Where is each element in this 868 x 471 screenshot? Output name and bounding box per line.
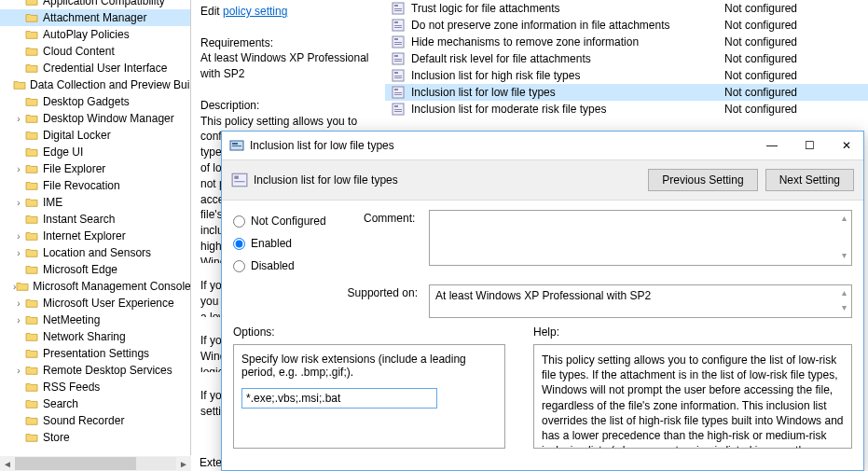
tree-item[interactable]: Desktop Gadgets xyxy=(0,93,190,110)
tree-item[interactable]: Store xyxy=(0,429,190,446)
svg-rect-23 xyxy=(394,94,402,95)
svg-rect-2 xyxy=(394,8,402,9)
tree-item-label: Microsoft User Experience xyxy=(43,297,174,310)
scroll-thumb[interactable] xyxy=(15,457,136,470)
policy-item-icon xyxy=(391,85,406,100)
tree-item-label: Location and Sensors xyxy=(43,246,151,259)
description-head: Description: xyxy=(200,98,377,114)
policy-state: Not configured xyxy=(724,86,868,99)
svg-rect-7 xyxy=(394,27,402,28)
scroll-right-icon[interactable]: ► xyxy=(176,459,191,469)
folder-icon xyxy=(24,129,39,142)
tree-item-label: Attachment Manager xyxy=(43,11,146,24)
policy-row[interactable]: Inclusion list for moderate risk file ty… xyxy=(385,101,868,118)
scroll-up-icon[interactable]: ▴ xyxy=(837,287,850,300)
policy-row[interactable]: Do not preserve zone information in file… xyxy=(385,17,868,34)
policy-header-icon xyxy=(231,172,248,188)
tree-item[interactable]: Edge UI xyxy=(0,144,190,160)
tree-item-label: IME xyxy=(43,196,62,209)
radio-enabled[interactable]: Enabled xyxy=(233,232,364,255)
scroll-up-icon[interactable]: ▴ xyxy=(837,213,850,226)
tree-item[interactable]: Network Sharing xyxy=(0,328,190,345)
next-setting-button[interactable]: Next Setting xyxy=(765,169,854,191)
tree-item-label: File Revocation xyxy=(43,179,120,192)
tree-item[interactable]: Cloud Content xyxy=(0,43,190,60)
policy-row[interactable]: Default risk level for file attachmentsN… xyxy=(385,50,868,67)
policy-row[interactable]: Hide mechanisms to remove zone informati… xyxy=(385,34,868,50)
tree-item[interactable]: ›Desktop Window Manager xyxy=(0,110,190,127)
radio-not-configured[interactable]: Not Configured xyxy=(233,210,364,232)
tree-item-label: Presentation Settings xyxy=(43,347,149,360)
options-text: Specify low risk extensions (include a l… xyxy=(241,353,497,379)
folder-icon xyxy=(24,431,39,444)
help-box: This policy setting allows you to config… xyxy=(533,344,852,449)
tree-item[interactable]: ›Microsoft User Experience xyxy=(0,295,190,312)
tree-item[interactable]: ›File Explorer xyxy=(0,160,190,177)
policy-name: Inclusion list for low file types xyxy=(411,86,724,99)
policy-state: Not configured xyxy=(724,52,868,65)
tree-item[interactable]: Presentation Settings xyxy=(0,345,190,362)
close-button[interactable]: ✕ xyxy=(837,136,856,155)
chevron-right-icon[interactable]: › xyxy=(13,114,24,124)
tree-item[interactable]: ›Internet Explorer xyxy=(0,228,190,244)
requirements-head: Requirements: xyxy=(200,35,377,51)
policy-row[interactable]: Inclusion list for low file typesNot con… xyxy=(385,84,868,101)
tree-item[interactable]: RSS Feeds xyxy=(0,379,190,395)
folder-icon xyxy=(24,145,39,159)
previous-setting-button[interactable]: Previous Setting xyxy=(648,169,757,191)
comment-textarea[interactable]: ▴ ▾ xyxy=(429,210,852,266)
svg-rect-10 xyxy=(394,42,402,43)
tree-item[interactable]: ›IME xyxy=(0,194,190,211)
tree-item-label: Instant Search xyxy=(43,213,115,226)
tree-item-label: Microsoft Edge xyxy=(43,263,117,276)
tree-item[interactable]: Application Compatibility xyxy=(0,0,190,9)
tree-item-label: Desktop Window Manager xyxy=(43,112,174,125)
tree-item-label: Search xyxy=(43,397,78,410)
tree-item[interactable]: File Revocation xyxy=(0,177,190,194)
tree-hscroll[interactable]: ◄ ► xyxy=(0,456,191,471)
svg-rect-26 xyxy=(394,109,402,110)
tree-item[interactable]: Data Collection and Preview Builds xyxy=(0,76,190,93)
folder-icon xyxy=(24,330,39,343)
policy-row[interactable]: Inclusion list for high risk file typesN… xyxy=(385,67,868,84)
chevron-right-icon[interactable]: › xyxy=(13,366,24,376)
minimize-button[interactable]: — xyxy=(763,136,781,155)
chevron-right-icon[interactable]: › xyxy=(13,248,24,258)
chevron-right-icon[interactable]: › xyxy=(13,298,24,309)
folder-icon xyxy=(24,28,39,41)
chevron-right-icon[interactable]: › xyxy=(13,164,24,174)
svg-rect-1 xyxy=(394,5,398,7)
chevron-right-icon[interactable]: › xyxy=(13,231,24,242)
tree-item-label: Desktop Gadgets xyxy=(43,95,130,108)
tree-item[interactable]: Sound Recorder xyxy=(0,412,190,429)
tree-item[interactable]: ›Microsoft Management Console xyxy=(0,278,190,295)
tree-item[interactable]: ›Location and Sensors xyxy=(0,244,190,261)
tree-item-label: Internet Explorer xyxy=(43,229,126,242)
tree-item[interactable]: Digital Locker xyxy=(0,127,190,144)
policy-row[interactable]: Trust logic for file attachmentsNot conf… xyxy=(385,0,868,17)
scroll-left-icon[interactable]: ◄ xyxy=(0,459,15,469)
tree-item[interactable]: Instant Search xyxy=(0,211,190,228)
tree-item[interactable]: Credential User Interface xyxy=(0,60,190,76)
help-label: Help: xyxy=(533,326,852,339)
chevron-right-icon[interactable]: › xyxy=(13,198,24,208)
tree-item[interactable]: ›Remote Desktop Services xyxy=(0,362,190,379)
tree-pane: Application CompatibilityAttachment Mana… xyxy=(0,0,191,455)
policy-item-icon xyxy=(391,102,406,117)
maximize-button[interactable]: ☐ xyxy=(800,136,819,155)
scroll-down-icon[interactable]: ▾ xyxy=(837,250,850,263)
tree-item[interactable]: Search xyxy=(0,395,190,412)
dialog-titlebar[interactable]: Inclusion list for low file types — ☐ ✕ xyxy=(222,132,863,159)
tree-item[interactable]: ›NetMeeting xyxy=(0,312,190,328)
extensions-input[interactable] xyxy=(241,388,437,409)
radio-disabled[interactable]: Disabled xyxy=(233,255,364,277)
edit-policy-link[interactable]: policy setting xyxy=(223,5,287,18)
tree-item[interactable]: Microsoft Edge xyxy=(0,261,190,278)
scroll-down-icon[interactable]: ▾ xyxy=(837,302,850,315)
tab-extended[interactable]: Exte xyxy=(200,456,222,469)
tree-item[interactable]: Attachment Manager xyxy=(0,9,190,26)
chevron-right-icon[interactable]: › xyxy=(13,315,24,326)
policy-state: Not configured xyxy=(724,103,868,116)
folder-icon xyxy=(24,297,39,310)
tree-item[interactable]: AutoPlay Policies xyxy=(0,26,190,43)
